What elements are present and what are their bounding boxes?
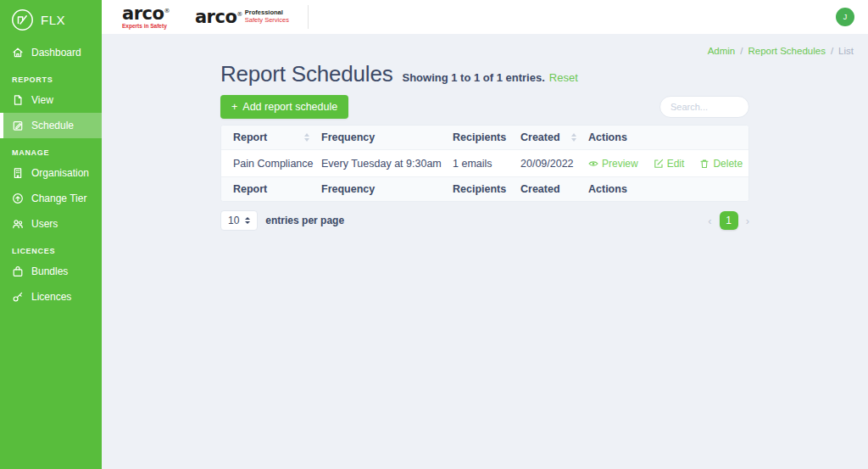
arco-wordmark: arco® <box>122 5 170 23</box>
table-controls-row: 10 entries per page ‹ 1 › <box>220 210 749 231</box>
sidebar-group-manage: MANAGE Organisation Change Tier <box>0 140 102 237</box>
add-button-label: Add report schedule <box>242 101 337 113</box>
arco-wordmark: arco® <box>195 7 242 27</box>
table-header-row: Report Frequency Recipients Created Acti… <box>221 126 748 149</box>
sidebar-item-label: Dashboard <box>31 47 81 59</box>
footer-recipients: Recipients <box>453 183 520 195</box>
sidebar-item-label: Organisation <box>31 167 89 179</box>
per-page-value: 10 <box>228 215 239 226</box>
sidebar-item-label: Schedule <box>31 120 74 131</box>
clipboard-edit-icon <box>12 120 24 131</box>
sidebar-section-header: MANAGE <box>0 140 102 160</box>
next-page-button[interactable]: › <box>746 215 749 227</box>
document-icon <box>12 94 24 106</box>
cell-report: Pain Compliance <box>221 158 321 170</box>
footer-report: Report <box>221 183 321 195</box>
sidebar-group-main: Dashboard <box>0 40 102 65</box>
cell-created: 20/09/2022 <box>520 158 588 170</box>
flx-logo-icon <box>11 8 34 31</box>
plus-icon: + <box>231 101 237 113</box>
eye-icon <box>588 159 598 169</box>
building-icon <box>12 167 24 179</box>
arco-tagline: Experts in Safety <box>122 24 170 30</box>
sidebar-item-label: Users <box>31 218 58 230</box>
sidebar-item-dashboard[interactable]: Dashboard <box>0 40 102 65</box>
title-row: Report Schedules Showing 1 to 1 of 1 ent… <box>220 61 749 87</box>
sidebar-item-bundles[interactable]: Bundles <box>0 259 102 284</box>
column-header-recipients: Recipients <box>453 131 520 143</box>
sidebar-item-schedule[interactable]: Schedule <box>0 113 102 138</box>
page-number-button[interactable]: 1 <box>720 211 738 230</box>
sidebar-group-reports: REPORTS View Schedule <box>0 67 102 138</box>
users-icon <box>12 218 24 230</box>
sidebar-section-header: LICENCES <box>0 238 102 259</box>
pagination: ‹ 1 › <box>708 211 749 230</box>
entries-per-page-label: entries per page <box>265 215 344 226</box>
user-avatar[interactable]: J <box>836 8 854 26</box>
topbar: arco® Experts in Safety arco® Profession… <box>102 0 868 34</box>
breadcrumb-current: List <box>838 46 854 56</box>
brand-logo[interactable]: FLX <box>0 0 102 40</box>
sidebar-item-change-tier[interactable]: Change Tier <box>0 186 102 211</box>
content-container: Report Schedules Showing 1 to 1 of 1 ent… <box>220 34 749 231</box>
arco-logo-primary: arco® Experts in Safety <box>122 5 170 30</box>
sidebar-item-label: Change Tier <box>31 193 86 204</box>
footer-frequency: Frequency <box>321 183 453 195</box>
sidebar-item-label: Bundles <box>31 265 68 277</box>
cell-recipients: 1 emails <box>453 158 520 170</box>
sidebar-item-organisation[interactable]: Organisation <box>0 160 102 186</box>
column-header-report[interactable]: Report <box>221 131 321 143</box>
cell-actions: Preview Edit Delete <box>588 158 748 170</box>
cell-frequency: Every Tuesday at 9:30am <box>321 158 453 170</box>
app-window: FLX Dashboard REPORTS View <box>0 0 868 469</box>
action-label: Edit <box>667 158 685 170</box>
column-header-actions: Actions <box>588 131 748 143</box>
table-footer-row: Report Frequency Recipients Created Acti… <box>221 177 748 201</box>
sidebar-item-view[interactable]: View <box>0 87 102 113</box>
trash-icon <box>699 159 709 169</box>
sidebar: FLX Dashboard REPORTS View <box>0 0 102 469</box>
key-icon <box>12 291 24 303</box>
column-header-frequency: Frequency <box>321 131 453 143</box>
arco-tagline-bottom: Safety Services <box>245 17 289 25</box>
sidebar-item-label: View <box>31 94 53 106</box>
report-schedules-table: Report Frequency Recipients Created Acti… <box>220 125 749 202</box>
add-report-schedule-button[interactable]: + Add report schedule <box>220 95 348 119</box>
sidebar-item-label: Licences <box>31 291 71 303</box>
entries-per-page-control: 10 entries per page <box>220 210 344 231</box>
footer-actions: Actions <box>588 183 748 195</box>
brand-name: FLX <box>41 13 65 27</box>
main-content: Admin / Report Schedules / List Report S… <box>102 34 868 469</box>
search-input[interactable] <box>659 96 749 118</box>
table-row: Pain Compliance Every Tuesday at 9:30am … <box>221 149 748 177</box>
reset-link[interactable]: Reset <box>549 71 578 84</box>
breadcrumb-separator: / <box>831 46 833 56</box>
upload-circle-icon <box>12 193 24 204</box>
topbar-divider <box>308 5 309 29</box>
footer-created: Created <box>520 183 588 195</box>
action-label: Preview <box>602 158 638 170</box>
action-label: Delete <box>713 158 743 170</box>
toolbar-row: + Add report schedule <box>220 95 749 119</box>
home-icon <box>12 47 24 59</box>
breadcrumb-report-schedules[interactable]: Report Schedules <box>748 46 825 56</box>
sidebar-item-licences[interactable]: Licences <box>0 284 102 310</box>
briefcase-icon <box>12 265 24 277</box>
sidebar-section-header: REPORTS <box>0 67 102 87</box>
page-title: Report Schedules <box>220 61 392 87</box>
sort-icon[interactable] <box>571 133 576 142</box>
sidebar-group-licences: LICENCES Bundles Licences <box>0 238 102 310</box>
entries-summary: Showing 1 to 1 of 1 entries. <box>402 71 544 84</box>
delete-action[interactable]: Delete <box>699 158 743 170</box>
previous-page-button[interactable]: ‹ <box>708 215 711 227</box>
sidebar-item-users[interactable]: Users <box>0 211 102 237</box>
per-page-select[interactable]: 10 <box>220 210 258 231</box>
arco-tagline-stack: Professional Safety Services <box>245 9 289 24</box>
sort-icon[interactable] <box>304 133 309 142</box>
select-arrows-icon <box>245 217 250 224</box>
edit-icon <box>654 159 664 169</box>
column-header-created[interactable]: Created <box>520 131 588 143</box>
arco-logo-secondary: arco® Professional Safety Services <box>195 7 289 27</box>
edit-action[interactable]: Edit <box>654 158 685 170</box>
preview-action[interactable]: Preview <box>588 158 638 170</box>
